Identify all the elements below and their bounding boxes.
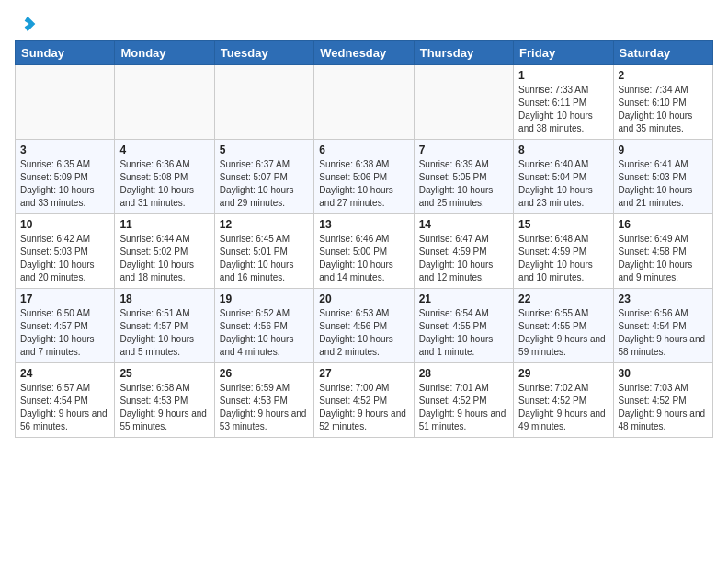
calendar-cell: 1Sunrise: 7:33 AM Sunset: 6:11 PM Daylig… xyxy=(514,65,613,140)
calendar-cell: 21Sunrise: 6:54 AM Sunset: 4:55 PM Dayli… xyxy=(414,289,513,363)
day-number: 5 xyxy=(220,144,309,156)
day-number: 26 xyxy=(220,367,309,380)
day-number: 22 xyxy=(518,293,608,305)
calendar-cell: 15Sunrise: 6:48 AM Sunset: 4:59 PM Dayli… xyxy=(514,214,613,289)
calendar-cell: 14Sunrise: 6:47 AM Sunset: 4:59 PM Dayli… xyxy=(414,214,513,289)
col-header-tuesday: Tuesday xyxy=(214,41,313,65)
day-number: 9 xyxy=(619,144,708,156)
day-info: Sunrise: 6:40 AM Sunset: 5:04 PM Dayligh… xyxy=(518,158,608,210)
col-header-sunday: Sunday xyxy=(16,41,115,65)
day-info: Sunrise: 6:59 AM Sunset: 4:53 PM Dayligh… xyxy=(220,382,309,433)
calendar-cell xyxy=(16,65,115,140)
day-number: 12 xyxy=(220,218,309,231)
calendar-week-2: 3Sunrise: 6:35 AM Sunset: 5:09 PM Daylig… xyxy=(16,140,713,214)
day-info: Sunrise: 6:38 AM Sunset: 5:06 PM Dayligh… xyxy=(319,158,408,210)
day-info: Sunrise: 6:52 AM Sunset: 4:56 PM Dayligh… xyxy=(220,307,309,359)
logo-icon xyxy=(18,15,37,33)
day-number: 11 xyxy=(119,218,209,231)
calendar-cell: 16Sunrise: 6:49 AM Sunset: 4:58 PM Dayli… xyxy=(613,214,712,289)
calendar-cell: 12Sunrise: 6:45 AM Sunset: 5:01 PM Dayli… xyxy=(214,214,313,289)
calendar-cell: 28Sunrise: 7:01 AM Sunset: 4:52 PM Dayli… xyxy=(414,363,513,438)
day-info: Sunrise: 7:02 AM Sunset: 4:52 PM Dayligh… xyxy=(518,382,608,433)
calendar-cell: 11Sunrise: 6:44 AM Sunset: 5:02 PM Dayli… xyxy=(115,214,214,289)
day-info: Sunrise: 6:37 AM Sunset: 5:07 PM Dayligh… xyxy=(220,158,309,210)
day-number: 28 xyxy=(419,367,508,380)
calendar-cell: 10Sunrise: 6:42 AM Sunset: 5:03 PM Dayli… xyxy=(16,214,115,289)
calendar-cell: 17Sunrise: 6:50 AM Sunset: 4:57 PM Dayli… xyxy=(16,289,115,363)
day-info: Sunrise: 6:36 AM Sunset: 5:08 PM Dayligh… xyxy=(119,158,209,210)
calendar-header-row: SundayMondayTuesdayWednesdayThursdayFrid… xyxy=(16,41,713,65)
day-info: Sunrise: 7:34 AM Sunset: 6:10 PM Dayligh… xyxy=(619,84,708,135)
day-info: Sunrise: 6:46 AM Sunset: 5:00 PM Dayligh… xyxy=(319,233,408,284)
day-info: Sunrise: 6:57 AM Sunset: 4:54 PM Dayligh… xyxy=(20,382,109,433)
calendar-cell: 9Sunrise: 6:41 AM Sunset: 5:03 PM Daylig… xyxy=(613,140,712,214)
calendar-cell: 20Sunrise: 6:53 AM Sunset: 4:56 PM Dayli… xyxy=(314,289,414,363)
day-info: Sunrise: 6:54 AM Sunset: 4:55 PM Dayligh… xyxy=(419,307,508,359)
day-info: Sunrise: 6:44 AM Sunset: 5:02 PM Dayligh… xyxy=(119,233,209,284)
calendar-cell: 25Sunrise: 6:58 AM Sunset: 4:53 PM Dayli… xyxy=(115,363,214,438)
calendar-week-3: 10Sunrise: 6:42 AM Sunset: 5:03 PM Dayli… xyxy=(16,214,713,289)
calendar-cell: 26Sunrise: 6:59 AM Sunset: 4:53 PM Dayli… xyxy=(214,363,313,438)
day-number: 17 xyxy=(20,293,109,305)
calendar-cell xyxy=(214,65,313,140)
svg-marker-0 xyxy=(25,17,36,32)
header xyxy=(15,15,713,33)
day-number: 14 xyxy=(419,218,508,231)
day-info: Sunrise: 6:51 AM Sunset: 4:57 PM Dayligh… xyxy=(119,307,209,359)
calendar-cell xyxy=(414,65,513,140)
day-info: Sunrise: 6:45 AM Sunset: 5:01 PM Dayligh… xyxy=(220,233,309,284)
calendar-cell: 6Sunrise: 6:38 AM Sunset: 5:06 PM Daylig… xyxy=(314,140,414,214)
calendar-cell: 8Sunrise: 6:40 AM Sunset: 5:04 PM Daylig… xyxy=(514,140,613,214)
day-number: 6 xyxy=(319,144,408,156)
day-number: 24 xyxy=(20,367,109,380)
calendar-cell: 22Sunrise: 6:55 AM Sunset: 4:55 PM Dayli… xyxy=(514,289,613,363)
calendar-cell: 18Sunrise: 6:51 AM Sunset: 4:57 PM Dayli… xyxy=(115,289,214,363)
calendar-cell: 13Sunrise: 6:46 AM Sunset: 5:00 PM Dayli… xyxy=(314,214,414,289)
day-info: Sunrise: 6:39 AM Sunset: 5:05 PM Dayligh… xyxy=(419,158,508,210)
day-info: Sunrise: 6:55 AM Sunset: 4:55 PM Dayligh… xyxy=(518,307,608,359)
day-info: Sunrise: 7:03 AM Sunset: 4:52 PM Dayligh… xyxy=(619,382,708,433)
day-info: Sunrise: 6:35 AM Sunset: 5:09 PM Dayligh… xyxy=(20,158,109,210)
day-number: 3 xyxy=(20,144,109,156)
logo xyxy=(15,15,37,33)
day-number: 23 xyxy=(619,293,708,305)
calendar-week-5: 24Sunrise: 6:57 AM Sunset: 4:54 PM Dayli… xyxy=(16,363,713,438)
day-number: 10 xyxy=(20,218,109,231)
day-number: 2 xyxy=(619,69,708,82)
calendar-cell: 4Sunrise: 6:36 AM Sunset: 5:08 PM Daylig… xyxy=(115,140,214,214)
day-info: Sunrise: 7:33 AM Sunset: 6:11 PM Dayligh… xyxy=(518,84,608,135)
calendar-cell: 23Sunrise: 6:56 AM Sunset: 4:54 PM Dayli… xyxy=(613,289,712,363)
day-number: 29 xyxy=(518,367,608,380)
day-info: Sunrise: 6:49 AM Sunset: 4:58 PM Dayligh… xyxy=(619,233,708,284)
day-info: Sunrise: 6:53 AM Sunset: 4:56 PM Dayligh… xyxy=(319,307,408,359)
day-number: 16 xyxy=(619,218,708,231)
calendar-cell xyxy=(314,65,414,140)
col-header-friday: Friday xyxy=(514,41,613,65)
calendar-cell: 30Sunrise: 7:03 AM Sunset: 4:52 PM Dayli… xyxy=(613,363,712,438)
day-number: 19 xyxy=(220,293,309,305)
day-info: Sunrise: 7:01 AM Sunset: 4:52 PM Dayligh… xyxy=(419,382,508,433)
col-header-monday: Monday xyxy=(115,41,214,65)
day-number: 4 xyxy=(119,144,209,156)
day-info: Sunrise: 7:00 AM Sunset: 4:52 PM Dayligh… xyxy=(319,382,408,433)
day-info: Sunrise: 6:56 AM Sunset: 4:54 PM Dayligh… xyxy=(619,307,708,359)
calendar-cell xyxy=(115,65,214,140)
day-number: 21 xyxy=(419,293,508,305)
day-number: 30 xyxy=(619,367,708,380)
calendar-cell: 2Sunrise: 7:34 AM Sunset: 6:10 PM Daylig… xyxy=(613,65,712,140)
calendar-cell: 3Sunrise: 6:35 AM Sunset: 5:09 PM Daylig… xyxy=(16,140,115,214)
day-number: 1 xyxy=(518,69,608,82)
day-number: 27 xyxy=(319,367,408,380)
day-info: Sunrise: 6:48 AM Sunset: 4:59 PM Dayligh… xyxy=(518,233,608,284)
calendar-cell: 5Sunrise: 6:37 AM Sunset: 5:07 PM Daylig… xyxy=(214,140,313,214)
calendar-cell: 7Sunrise: 6:39 AM Sunset: 5:05 PM Daylig… xyxy=(414,140,513,214)
day-info: Sunrise: 6:41 AM Sunset: 5:03 PM Dayligh… xyxy=(619,158,708,210)
day-number: 13 xyxy=(319,218,408,231)
col-header-wednesday: Wednesday xyxy=(314,41,414,65)
calendar: SundayMondayTuesdayWednesdayThursdayFrid… xyxy=(15,40,713,438)
calendar-cell: 24Sunrise: 6:57 AM Sunset: 4:54 PM Dayli… xyxy=(16,363,115,438)
day-info: Sunrise: 6:42 AM Sunset: 5:03 PM Dayligh… xyxy=(20,233,109,284)
day-number: 25 xyxy=(119,367,209,380)
calendar-week-1: 1Sunrise: 7:33 AM Sunset: 6:11 PM Daylig… xyxy=(16,65,713,140)
calendar-cell: 29Sunrise: 7:02 AM Sunset: 4:52 PM Dayli… xyxy=(514,363,613,438)
